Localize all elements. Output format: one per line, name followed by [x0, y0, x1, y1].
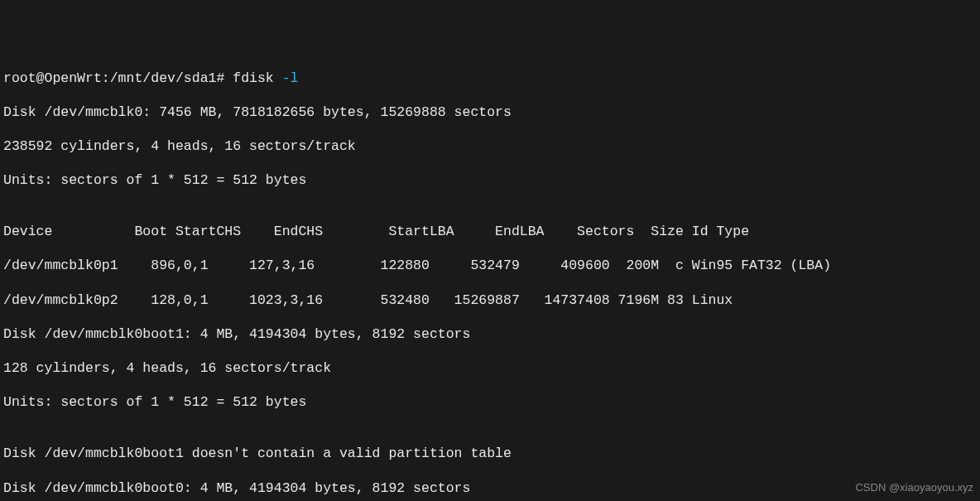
- disk-info-boot1: Disk /dev/mmcblk0boot1: 4 MB, 4194304 by…: [3, 326, 977, 344]
- geometry-mmcblk0: 238592 cylinders, 4 heads, 16 sectors/tr…: [3, 138, 977, 156]
- boot1-invalid: Disk /dev/mmcblk0boot1 doesn't contain a…: [3, 446, 977, 463]
- disk-info-boot0: Disk /dev/mmcblk0boot0: 4 MB, 4194304 by…: [3, 480, 977, 498]
- units-line: Units: sectors of 1 * 512 = 512 bytes: [3, 172, 977, 190]
- disk-info-mmcblk0: Disk /dev/mmcblk0: 7456 MB, 7818182656 b…: [3, 104, 977, 122]
- fdisk-flag: -l: [282, 70, 299, 86]
- partition-row-mmcblk0p2: /dev/mmcblk0p2 128,0,1 1023,3,16 532480 …: [3, 292, 977, 310]
- prompt-text: root@OpenWrt:/mnt/dev/sda1# fdisk: [3, 70, 282, 86]
- partition-table-header: Device Boot StartCHS EndCHS StartLBA End…: [3, 224, 977, 241]
- prompt-line-1[interactable]: root@OpenWrt:/mnt/dev/sda1# fdisk -l: [3, 70, 977, 88]
- partition-row-mmcblk0p1: /dev/mmcblk0p1 896,0,1 127,3,16 122880 5…: [3, 258, 977, 275]
- watermark-text: CSDN @xiaoyaoyou.xyz: [855, 481, 973, 494]
- units-line-2: Units: sectors of 1 * 512 = 512 bytes: [3, 394, 977, 412]
- geometry-boot1: 128 cylinders, 4 heads, 16 sectors/track: [3, 360, 977, 378]
